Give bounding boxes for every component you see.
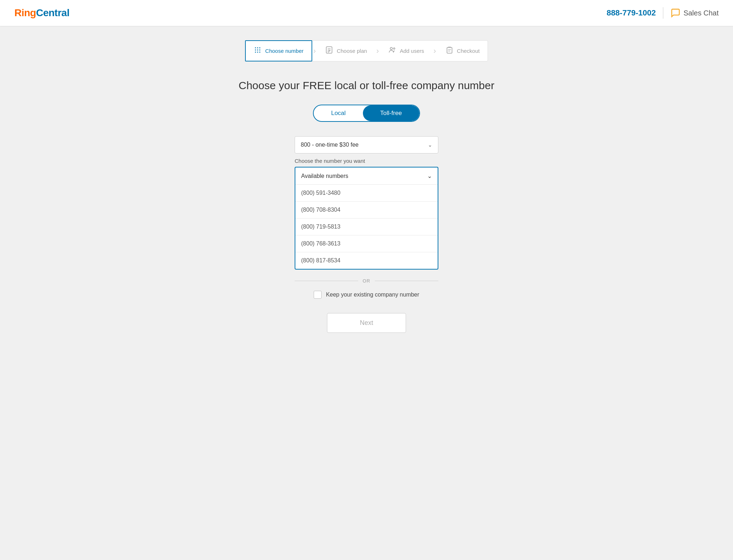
or-line-left xyxy=(295,281,358,281)
logo-central: Central xyxy=(36,7,69,19)
tollfree-toggle-btn[interactable]: Toll-free xyxy=(363,105,419,121)
number-item-3[interactable]: (800) 768-3613 xyxy=(295,235,438,252)
number-type-toggle: Local Toll-free xyxy=(212,105,521,122)
steps-row: Choose number › Choose plan › xyxy=(245,40,488,61)
main-content: Choose number › Choose plan › xyxy=(205,26,528,347)
step-choose-plan-label: Choose plan xyxy=(337,48,367,54)
area-code-chevron-icon: ⌄ xyxy=(428,142,432,148)
header: RingCentral 888-779-1002 Sales Chat xyxy=(0,0,733,26)
step-add-users-label: Add users xyxy=(400,48,424,54)
svg-point-7 xyxy=(257,52,258,53)
keep-number-checkbox[interactable] xyxy=(314,291,322,299)
svg-point-13 xyxy=(393,48,395,49)
svg-rect-9 xyxy=(326,47,332,53)
stepper: Choose number › Choose plan › xyxy=(212,40,521,61)
step-checkout[interactable]: Checkout xyxy=(438,41,488,61)
header-right: 888-779-1002 Sales Chat xyxy=(607,7,719,19)
step-choose-number-label: Choose number xyxy=(265,48,304,54)
vertical-divider xyxy=(663,7,663,19)
users-icon xyxy=(388,46,396,54)
number-item-1[interactable]: (800) 708-8304 xyxy=(295,202,438,219)
step-add-users[interactable]: Add users xyxy=(381,41,432,61)
svg-point-1 xyxy=(257,47,258,49)
add-users-icon xyxy=(388,46,396,56)
numbers-chevron-icon: ⌄ xyxy=(427,173,432,179)
choose-number-icon xyxy=(254,46,262,56)
checkout-icon xyxy=(446,46,453,56)
area-code-value: 800 - one-time $30 fee xyxy=(301,142,359,148)
plan-icon xyxy=(325,46,333,54)
sales-chat-label: Sales Chat xyxy=(683,9,719,17)
choose-number-label: Choose the number you want xyxy=(295,158,438,164)
svg-rect-14 xyxy=(447,47,452,53)
svg-point-5 xyxy=(259,50,261,51)
step-checkout-label: Checkout xyxy=(457,48,480,54)
svg-point-2 xyxy=(259,47,261,49)
area-code-dropdown[interactable]: 800 - one-time $30 fee ⌄ xyxy=(295,136,438,153)
logo-ring: Ring xyxy=(14,7,36,19)
numbers-header-label: Available numbers xyxy=(301,173,348,179)
next-button[interactable]: Next xyxy=(327,313,406,333)
svg-point-12 xyxy=(390,47,392,50)
svg-point-3 xyxy=(255,50,256,51)
keep-number-label: Keep your existing company number xyxy=(326,292,419,298)
or-text: OR xyxy=(363,278,370,284)
number-item-4[interactable]: (800) 817-8534 xyxy=(295,252,438,269)
svg-point-8 xyxy=(259,52,261,53)
step-sep-3: › xyxy=(432,46,437,56)
svg-point-6 xyxy=(255,52,256,53)
step-sep-1: › xyxy=(312,46,317,56)
sales-chat-button[interactable]: Sales Chat xyxy=(670,8,719,18)
logo: RingCentral xyxy=(14,7,69,19)
chat-bubble-icon xyxy=(670,8,681,18)
svg-point-0 xyxy=(255,47,256,49)
keep-number-row: Keep your existing company number xyxy=(295,291,438,299)
step-choose-number[interactable]: Choose number xyxy=(245,40,312,61)
page-title: Choose your FREE local or toll-free comp… xyxy=(212,79,521,92)
number-item-0[interactable]: (800) 591-3480 xyxy=(295,185,438,202)
toggle-container: Local Toll-free xyxy=(313,105,420,122)
available-numbers-dropdown[interactable]: Available numbers ⌄ (800) 591-3480 (800)… xyxy=(295,167,438,270)
clipboard-icon xyxy=(446,46,453,54)
or-line-right xyxy=(375,281,438,281)
dialpad-icon xyxy=(254,46,262,54)
phone-link[interactable]: 888-779-1002 xyxy=(607,8,656,18)
step-choose-plan[interactable]: Choose plan xyxy=(317,41,375,61)
svg-point-4 xyxy=(257,50,258,51)
or-divider: OR xyxy=(295,278,438,284)
step-sep-2: › xyxy=(375,46,380,56)
next-btn-container: Next xyxy=(295,313,438,333)
numbers-dropdown-header[interactable]: Available numbers ⌄ xyxy=(295,167,438,185)
form-section: 800 - one-time $30 fee ⌄ Choose the numb… xyxy=(295,136,438,333)
choose-plan-icon xyxy=(325,46,333,56)
number-item-2[interactable]: (800) 719-5813 xyxy=(295,219,438,235)
local-toggle-btn[interactable]: Local xyxy=(314,105,363,121)
